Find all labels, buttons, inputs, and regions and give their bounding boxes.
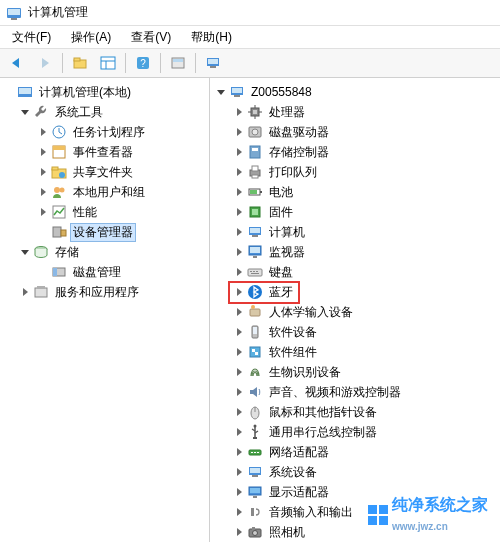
expander-open-icon[interactable]	[18, 105, 32, 119]
expander-closed-icon[interactable]	[232, 505, 246, 519]
device-root[interactable]: Z00555848	[210, 82, 500, 102]
expander-closed-icon[interactable]	[36, 165, 50, 179]
usb-icon	[247, 424, 263, 440]
svg-rect-27	[61, 230, 66, 236]
tree-label: 显示适配器	[266, 483, 332, 502]
sound-icon	[247, 384, 263, 400]
expander-closed-icon[interactable]	[232, 105, 246, 119]
menu-view[interactable]: 查看(V)	[123, 27, 179, 48]
expander-closed-icon[interactable]	[36, 145, 50, 159]
expander-open-icon[interactable]	[18, 245, 32, 259]
expander-closed-icon[interactable]	[232, 405, 246, 419]
monitor-icon	[247, 244, 263, 260]
toolbar-refresh-button[interactable]	[165, 51, 191, 75]
device-category[interactable]: 监视器	[210, 242, 500, 262]
menu-file[interactable]: 文件(F)	[4, 27, 59, 48]
expander-closed-icon[interactable]	[232, 125, 246, 139]
expander-closed-icon[interactable]	[232, 325, 246, 339]
toolbar-up-button[interactable]	[67, 51, 93, 75]
svg-rect-90	[252, 527, 255, 530]
tree-node-local-users[interactable]: 本地用户和组	[0, 182, 209, 202]
expander-closed-icon[interactable]	[232, 205, 246, 219]
device-category[interactable]: 网络适配器	[210, 442, 500, 462]
device-category[interactable]: 人体学输入设备	[210, 302, 500, 322]
expander-closed-icon[interactable]	[232, 305, 246, 319]
expander-closed-icon[interactable]	[232, 385, 246, 399]
svg-rect-82	[250, 468, 260, 473]
device-category[interactable]: 键盘	[210, 262, 500, 282]
menu-action[interactable]: 操作(A)	[63, 27, 119, 48]
toolbar-separator	[125, 53, 126, 73]
computer-icon	[229, 84, 245, 100]
toolbar-forward-button[interactable]	[32, 51, 58, 75]
computer-icon	[247, 224, 263, 240]
expander-closed-icon[interactable]	[232, 145, 246, 159]
device-category[interactable]: 处理器	[210, 102, 500, 122]
expander-closed-icon[interactable]	[232, 525, 246, 539]
expander-closed-icon[interactable]	[232, 345, 246, 359]
left-tree[interactable]: 计算机管理(本地) 系统工具 任务计划程序	[0, 78, 210, 542]
toolbar-back-button[interactable]	[4, 51, 30, 75]
device-category[interactable]: 计算机	[210, 222, 500, 242]
device-category[interactable]: 蓝牙	[210, 282, 500, 302]
expander-closed-icon[interactable]	[232, 465, 246, 479]
device-category[interactable]: 通用串行总线控制器	[210, 422, 500, 442]
expander-closed-icon[interactable]	[232, 285, 246, 299]
toolbar-computer-button[interactable]	[200, 51, 226, 75]
menu-help[interactable]: 帮助(H)	[183, 27, 240, 48]
device-category[interactable]: 系统设备	[210, 462, 500, 482]
device-category[interactable]: 声音、视频和游戏控制器	[210, 382, 500, 402]
tree-label: 系统设备	[266, 463, 320, 482]
device-category[interactable]: 软件组件	[210, 342, 500, 362]
device-category[interactable]: 磁盘驱动器	[210, 122, 500, 142]
device-category[interactable]: 音频输入和输出	[210, 502, 500, 522]
tree-node-system-tools[interactable]: 系统工具	[0, 102, 209, 122]
device-category[interactable]: 照相机	[210, 522, 500, 542]
expander-closed-icon[interactable]	[232, 365, 246, 379]
device-category[interactable]: 鼠标和其他指针设备	[210, 402, 500, 422]
tree-node-task-scheduler[interactable]: 任务计划程序	[0, 122, 209, 142]
expander-closed-icon[interactable]	[232, 265, 246, 279]
expander-closed-icon[interactable]	[36, 185, 50, 199]
system-icon	[247, 464, 263, 480]
toolbar: ?	[0, 48, 500, 78]
expander-closed-icon[interactable]	[232, 485, 246, 499]
tree-node-services-apps[interactable]: 服务和应用程序	[0, 282, 209, 302]
tree-node-root[interactable]: 计算机管理(本地)	[0, 82, 209, 102]
expander-closed-icon[interactable]	[232, 165, 246, 179]
expander-closed-icon[interactable]	[232, 185, 246, 199]
tree-label: Z00555848	[248, 84, 315, 100]
expander-closed-icon[interactable]	[232, 445, 246, 459]
expander-closed-icon[interactable]	[232, 225, 246, 239]
device-category[interactable]: 显示适配器	[210, 482, 500, 502]
device-category[interactable]: 存储控制器	[210, 142, 500, 162]
tree-node-device-manager[interactable]: 设备管理器	[0, 222, 209, 242]
device-category[interactable]: 生物识别设备	[210, 362, 500, 382]
tree-node-performance[interactable]: 性能	[0, 202, 209, 222]
device-tree[interactable]: Z00555848 处理器磁盘驱动器存储控制器打印队列电池固件计算机监视器键盘蓝…	[210, 78, 500, 542]
device-category[interactable]: 打印队列	[210, 162, 500, 182]
device-category[interactable]: 固件	[210, 202, 500, 222]
toolbar-separator	[62, 53, 63, 73]
expander-closed-icon[interactable]	[232, 245, 246, 259]
svg-rect-2	[11, 18, 17, 20]
expander-open-icon[interactable]	[214, 85, 228, 99]
expander-closed-icon[interactable]	[36, 125, 50, 139]
tree-node-shared-folders[interactable]: 共享文件夹	[0, 162, 209, 182]
tree-label: 监视器	[266, 243, 308, 262]
expander-closed-icon[interactable]	[36, 205, 50, 219]
device-category[interactable]: 软件设备	[210, 322, 500, 342]
toolbar-view-button[interactable]	[95, 51, 121, 75]
tree-node-event-viewer[interactable]: 事件查看器	[0, 142, 209, 162]
svg-rect-76	[253, 437, 257, 439]
device-category[interactable]: 电池	[210, 182, 500, 202]
expander-closed-icon[interactable]	[232, 425, 246, 439]
tree-node-storage[interactable]: 存储	[0, 242, 209, 262]
titlebar: 计算机管理	[0, 0, 500, 26]
toolbar-help-button[interactable]: ?	[130, 51, 156, 75]
tree-label: 计算机	[266, 223, 308, 242]
tree-node-disk-mgmt[interactable]: 磁盘管理	[0, 262, 209, 282]
expander-closed-icon[interactable]	[18, 285, 32, 299]
tree-label: 通用串行总线控制器	[266, 423, 380, 442]
network-icon	[247, 444, 263, 460]
